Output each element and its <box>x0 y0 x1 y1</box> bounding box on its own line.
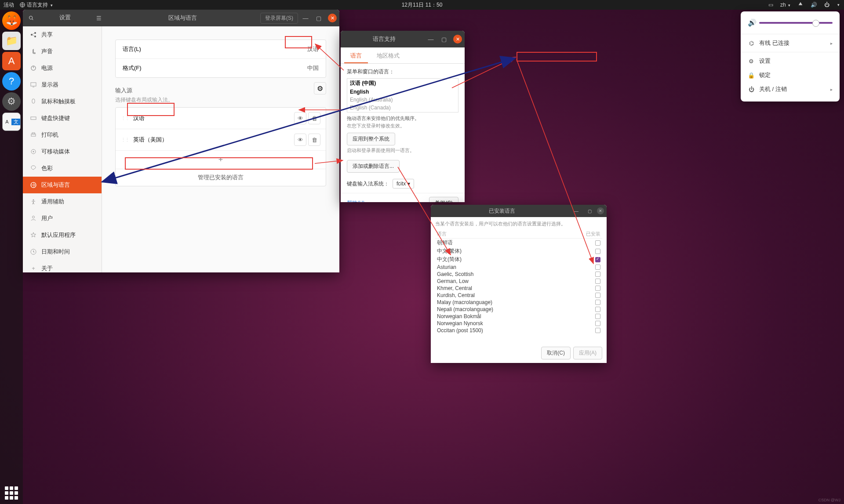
format-row[interactable]: 格式(F) 中国 <box>116 59 326 77</box>
list-item[interactable]: Khmer, Central <box>435 285 602 292</box>
sidebar-item-accessibility[interactable]: 通用辅助 <box>23 193 102 210</box>
input-source-settings-button[interactable]: ⚙ <box>314 82 326 94</box>
checkbox[interactable] <box>595 240 600 246</box>
ime-select[interactable]: fcitx▾ <box>393 179 414 189</box>
input-source-row[interactable]: ⋮⋮ 汉语 👁 🗑 <box>116 108 326 129</box>
checkbox[interactable] <box>595 286 600 291</box>
minimize-icon[interactable]: — <box>425 33 437 45</box>
list-item[interactable]: Nepali (macrolanguage) <box>435 306 602 313</box>
dock-software-icon[interactable]: A <box>2 52 21 70</box>
list-item[interactable]: Occitan (post 1500) <box>435 327 602 334</box>
sidebar-item-datetime[interactable]: 日期和时间 <box>23 243 102 260</box>
list-item[interactable]: Norwegian Nynorsk <box>435 320 602 327</box>
sidebar-item-mouse[interactable]: 鼠标和触摸板 <box>23 93 102 110</box>
volume-icon[interactable]: 🔊 <box>811 2 817 8</box>
sidebar-item-keyboard[interactable]: 键盘快捷键 <box>23 110 102 127</box>
list-item[interactable]: Asturian <box>435 264 602 271</box>
menu-settings[interactable]: ⚙设置 <box>741 54 840 68</box>
help-link[interactable]: 帮助(H) <box>347 199 365 202</box>
installed-list[interactable]: 朝鲜语中文(繁体)中文(简体)AsturianGaelic, ScottishG… <box>435 239 602 343</box>
sidebar-item-about[interactable]: +关于 <box>23 260 102 272</box>
maximize-icon[interactable]: ▢ <box>584 205 595 217</box>
preview-icon[interactable]: 👁 <box>294 112 306 124</box>
dock-firefox-icon[interactable]: 🦊 <box>2 11 21 30</box>
datetime-label[interactable]: 12月11日 11：50 <box>402 1 443 9</box>
sidebar-item-share[interactable]: 共享 <box>23 26 102 43</box>
dock-help-icon[interactable]: ? <box>2 72 21 91</box>
checkbox[interactable] <box>595 328 600 333</box>
list-item[interactable]: English (United Kingdom) <box>347 112 458 112</box>
checkbox[interactable] <box>595 293 600 298</box>
sidebar-item-region-language[interactable]: 区域与语言 <box>23 177 102 193</box>
close-icon[interactable]: ✕ <box>328 14 337 22</box>
network-icon[interactable] <box>797 1 804 9</box>
checkbox[interactable] <box>595 257 600 262</box>
activities-label[interactable]: 活动 <box>4 1 14 9</box>
list-item[interactable]: 朝鲜语 <box>435 239 602 247</box>
dock-apps-grid-icon[interactable] <box>5 486 18 500</box>
minimize-icon[interactable]: — <box>571 205 582 217</box>
checkbox[interactable] <box>595 300 600 305</box>
volume-slider[interactable] <box>759 22 833 24</box>
sidebar-item-power[interactable]: 电源 <box>23 60 102 76</box>
dock-language-icon[interactable]: A文 <box>2 112 21 131</box>
sidebar-item-display[interactable]: 显示器 <box>23 76 102 93</box>
manage-languages-button[interactable]: 管理已安装的语言 <box>116 169 326 186</box>
app-menu[interactable]: 语言支持 ▾ <box>19 1 53 9</box>
search-icon[interactable] <box>25 12 37 24</box>
battery-icon[interactable]: ▭ <box>768 2 773 8</box>
sidebar-item-printer[interactable]: 打印机 <box>23 127 102 143</box>
checkbox[interactable] <box>595 321 600 326</box>
drag-handle-icon[interactable]: ⋮⋮ <box>121 137 129 143</box>
checkbox[interactable] <box>595 272 600 277</box>
preview-icon[interactable]: 👁 <box>294 134 306 146</box>
tab-language[interactable]: 语言 <box>344 49 368 63</box>
login-screen-button[interactable]: 登录屏幕(S) <box>260 13 298 24</box>
input-lang-indicator[interactable]: zh ▾ <box>780 2 790 8</box>
apply-system-button[interactable]: 应用到整个系统 <box>347 133 395 145</box>
cancel-button[interactable]: 取消(C) <box>541 347 571 359</box>
add-remove-lang-button[interactable]: 添加或删除语言... <box>347 160 400 173</box>
close-icon[interactable]: ✕ <box>597 207 604 214</box>
language-list[interactable]: 汉语 (中国) English English (Australia) Engl… <box>347 78 458 112</box>
checkbox[interactable] <box>595 279 600 284</box>
maximize-icon[interactable]: ▢ <box>438 33 450 45</box>
list-item[interactable]: Malay (macrolanguage) <box>435 299 602 306</box>
checkbox[interactable] <box>595 265 600 270</box>
sidebar-item-media[interactable]: 可移动媒体 <box>23 143 102 160</box>
sidebar-item-sound[interactable]: 声音 <box>23 43 102 60</box>
input-source-row[interactable]: ⋮⋮ 英语（美国） 👁 🗑 <box>116 129 326 151</box>
checkbox[interactable] <box>595 307 600 312</box>
close-icon[interactable]: ✕ <box>453 35 462 44</box>
add-input-source-button[interactable]: + <box>116 151 326 169</box>
drag-handle-icon[interactable]: ⋮⋮ <box>121 116 129 121</box>
dock-files-icon[interactable]: 📁 <box>2 32 21 50</box>
hamburger-icon[interactable]: ☰ <box>93 12 105 24</box>
tab-region-format[interactable]: 地区格式 <box>371 49 406 63</box>
list-item[interactable]: Kurdish, Central <box>435 292 602 299</box>
apply-button[interactable]: 应用(A) <box>573 347 602 359</box>
list-item[interactable]: 中文(简体) <box>435 255 602 264</box>
list-item[interactable]: German, Low <box>435 278 602 285</box>
close-button[interactable]: 关闭(C) <box>429 197 458 202</box>
sidebar-item-color[interactable]: 色彩 <box>23 160 102 177</box>
list-item[interactable]: English (Australia) <box>347 96 458 104</box>
list-item[interactable]: Gaelic, Scottish <box>435 271 602 278</box>
list-item[interactable]: English <box>347 88 458 96</box>
list-item[interactable]: English (Canada) <box>347 104 458 112</box>
menu-lock[interactable]: 🔒锁定 <box>741 68 840 82</box>
menu-power[interactable]: ⏻关机 / 注销▸ <box>741 82 840 96</box>
sidebar-item-default-apps[interactable]: 默认应用程序 <box>23 227 102 243</box>
sidebar-item-users[interactable]: 用户 <box>23 210 102 227</box>
delete-icon[interactable]: 🗑 <box>308 134 320 146</box>
menu-wired[interactable]: ⌬有线 已连接▸ <box>741 36 840 50</box>
list-item[interactable]: Norwegian Bokmål <box>435 313 602 320</box>
language-row[interactable]: 语言(L) 汉语 <box>116 40 326 59</box>
list-item[interactable]: 汉语 (中国) <box>347 79 458 88</box>
maximize-icon[interactable]: ▢ <box>313 12 324 24</box>
minimize-icon[interactable]: — <box>300 12 311 24</box>
delete-icon[interactable]: 🗑 <box>308 112 320 124</box>
checkbox[interactable] <box>595 314 600 319</box>
list-item[interactable]: 中文(繁体) <box>435 247 602 255</box>
checkbox[interactable] <box>595 249 600 254</box>
